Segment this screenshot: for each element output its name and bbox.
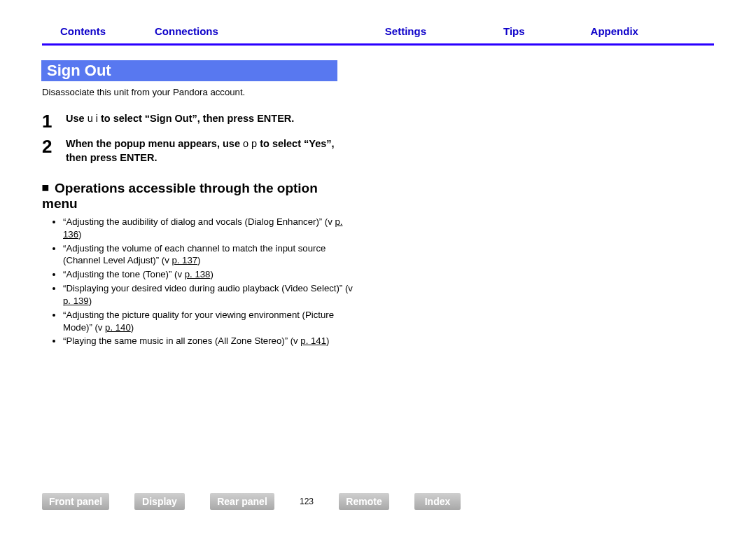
operations-list: “Adjusting the audibility of dialog and … <box>42 216 357 349</box>
page-ref[interactable]: p. 140 <box>105 322 131 333</box>
page-ref[interactable]: p. 139 <box>63 296 89 306</box>
steps-block: 1 Use u i to select “Sign Out”, then pre… <box>42 105 350 165</box>
step-2: 2 When the popup menu appears, use o p t… <box>42 137 350 165</box>
list-item: “Adjusting the tone (Tone)” (v p. 138) <box>63 268 357 281</box>
step-2-pre: When the popup menu appears, use <box>66 138 243 149</box>
item-text: “Adjusting the tone (Tone)” (v <box>63 269 182 279</box>
nav-settings[interactable]: Settings <box>385 25 426 37</box>
list-item: “Adjusting the volume of each channel to… <box>63 242 357 268</box>
step-1-text: Use u i to select “Sign Out”, then press… <box>66 112 294 126</box>
list-item: “Playing the same music in all zones (Al… <box>63 335 357 347</box>
top-divider <box>42 43 714 46</box>
nav-tips[interactable]: Tips <box>503 25 525 37</box>
bottom-nav: Front panel Display Rear panel 123 Remot… <box>42 491 714 512</box>
step-2-text: When the popup menu appears, use o p to … <box>66 137 350 165</box>
section-intro: Disassociate this unit from your Pandora… <box>42 87 245 97</box>
item-tail: ) <box>210 269 213 279</box>
bottom-index[interactable]: Index <box>414 493 461 510</box>
step-1: 1 Use u i to select “Sign Out”, then pre… <box>42 112 350 130</box>
item-tail: ) <box>197 255 200 265</box>
bottom-remote[interactable]: Remote <box>339 493 389 510</box>
page-ref[interactable]: p. 138 <box>185 269 211 279</box>
step-2-num: 2 <box>42 137 66 155</box>
bottom-display[interactable]: Display <box>134 493 185 510</box>
item-tail: ) <box>131 322 134 333</box>
item-text: “Adjusting the audibility of dialog and … <box>63 216 332 227</box>
page-number: 123 <box>300 497 314 506</box>
page-ref[interactable]: p. 137 <box>172 255 197 265</box>
bottom-rear-panel[interactable]: Rear panel <box>210 493 274 510</box>
item-text: “Displaying your desired video during au… <box>63 283 353 293</box>
nav-contents[interactable]: Contents <box>60 25 106 37</box>
left-right-glyph: o p <box>243 138 257 149</box>
nav-connections[interactable]: Connections <box>155 25 218 37</box>
operations-heading-text: Operations accessible through the option… <box>42 181 318 211</box>
item-text: “Playing the same music in all zones (Al… <box>63 335 298 346</box>
list-item: “Displaying your desired video during au… <box>63 282 357 307</box>
up-down-glyph: u i <box>88 113 98 124</box>
step-1-num: 1 <box>42 112 66 130</box>
bottom-front-panel[interactable]: Front panel <box>42 493 109 510</box>
item-tail: ) <box>89 296 92 306</box>
step-1-post: to select “Sign Out”, then press ENTER. <box>98 113 294 124</box>
operations-heading: ◆Operations accessible through the optio… <box>42 181 350 212</box>
nav-appendix[interactable]: Appendix <box>591 25 638 37</box>
step-1-pre: Use <box>66 113 88 124</box>
item-tail: ) <box>78 229 81 240</box>
list-item: “Adjusting the picture quality for your … <box>63 309 357 334</box>
top-nav: Contents Connections Settings Tips Appen… <box>56 25 700 37</box>
page-ref[interactable]: p. 141 <box>300 335 326 346</box>
item-text: “Adjusting the picture quality for your … <box>63 310 334 333</box>
list-item: “Adjusting the audibility of dialog and … <box>63 216 357 241</box>
item-tail: ) <box>326 335 329 346</box>
section-heading: Sign Out <box>41 60 337 81</box>
diamond-icon: ◆ <box>39 180 54 195</box>
